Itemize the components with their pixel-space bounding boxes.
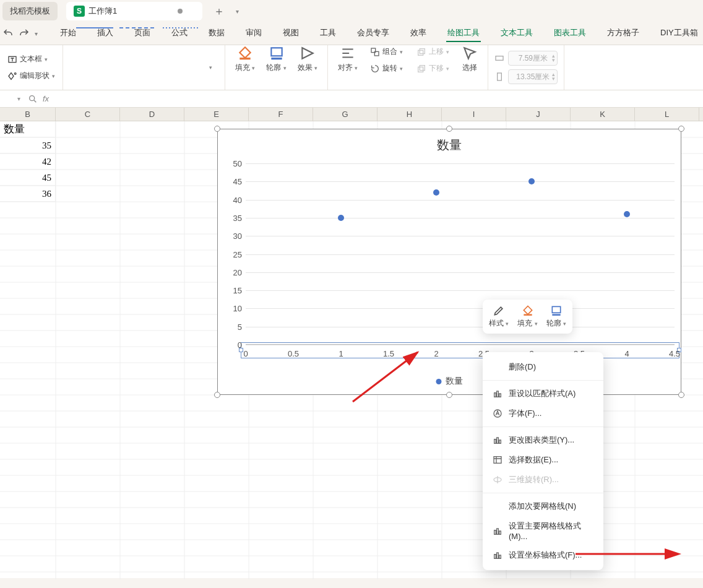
chart-plot-area[interactable]: 0510152025303540455000.511.522.533.544.5 — [246, 163, 675, 345]
fill-button[interactable]: 填充 ▾ — [231, 45, 259, 90]
cell-v2[interactable]: 42 — [0, 153, 56, 170]
ctx-reset-style[interactable]: 重设以匹配样式(A) — [483, 384, 603, 404]
fx-label[interactable]: fx — [43, 94, 49, 103]
ctx-3d-rotate: 三维旋转(R)... — [483, 470, 603, 490]
line-style-gallery[interactable]: ▾ — [69, 57, 218, 78]
tab-menu-chevron-icon[interactable]: ▾ — [236, 8, 239, 15]
data-point[interactable] — [624, 211, 630, 217]
fill-icon — [522, 305, 534, 317]
col-E[interactable]: E — [184, 108, 249, 121]
width-box[interactable]: 7.59厘米▴▾ — [494, 51, 558, 66]
menu-start[interactable]: 开始 — [59, 25, 77, 42]
textbox-icon — [7, 54, 17, 64]
ctx-delete[interactable]: 删除(D) — [483, 357, 603, 377]
menu-member[interactable]: 会员专享 — [356, 25, 390, 42]
ctx-font[interactable]: 字体(F)... — [483, 404, 603, 423]
data-point[interactable] — [338, 215, 344, 221]
quick-access: ▾ — [2, 28, 44, 39]
chart-legend[interactable]: 数量 — [436, 376, 463, 387]
col-F[interactable]: F — [249, 108, 313, 121]
cell-v4[interactable]: 36 — [0, 186, 56, 202]
col-I[interactable]: I — [442, 108, 506, 121]
col-K[interactable]: K — [571, 108, 635, 121]
outline-button[interactable]: 轮廓 ▾ — [262, 45, 290, 90]
resize-handle[interactable] — [214, 126, 220, 132]
edit-shape-icon — [7, 71, 17, 81]
col-C[interactable]: C — [56, 108, 120, 121]
menu-review[interactable]: 审阅 — [244, 25, 263, 42]
resize-handle[interactable] — [446, 392, 452, 398]
menu-text-tools[interactable]: 文本工具 — [499, 25, 534, 42]
textbox-button[interactable]: 文本框 ▾ — [6, 53, 56, 66]
svg-rect-61 — [494, 457, 501, 464]
align-button[interactable]: 对齐 ▾ — [334, 45, 361, 90]
menu-efficiency[interactable]: 效率 — [409, 25, 428, 42]
svg-rect-58 — [494, 439, 496, 444]
x-tick: 4 — [624, 349, 629, 358]
chart-object[interactable]: 数量 0510152025303540455000.511.522.533.54… — [217, 129, 681, 395]
tab-workbook[interactable]: S 工作簿1 — [66, 2, 202, 20]
ctx-add-minor-gridlines[interactable]: 添加次要网格线(N) — [483, 496, 603, 516]
mini-fill-button[interactable]: 填充 ▾ — [517, 305, 537, 329]
chart-title[interactable]: 数量 — [218, 129, 681, 153]
edit-shape-button[interactable]: 编辑形状 ▾ — [6, 69, 56, 82]
svg-point-1 — [14, 72, 16, 74]
ribbon-size-group: 7.59厘米▴▾ 13.35厘米▴▾ — [488, 45, 564, 90]
height-box[interactable]: 13.35厘米▴▾ — [494, 69, 558, 84]
reset-icon — [493, 389, 502, 399]
data-point[interactable] — [528, 178, 535, 184]
menu-view[interactable]: 视图 — [282, 25, 300, 42]
select-button[interactable]: 选择 — [458, 45, 481, 90]
menu-data[interactable]: 数据 — [207, 25, 226, 42]
resize-handle[interactable] — [678, 392, 684, 398]
col-J[interactable]: J — [506, 108, 571, 121]
ctx-select-data[interactable]: 选择数据(E)... — [483, 450, 603, 470]
ribbon-arrange-group: 对齐 ▾ 组合▾ 旋转▾ 上移▾ 下移▾ 选择 — [328, 45, 488, 90]
legend-marker-icon — [436, 379, 442, 384]
tab-templates[interactable]: 找稻壳模板 — [2, 2, 58, 20]
cell-v1[interactable]: 35 — [0, 137, 56, 153]
col-G[interactable]: G — [313, 108, 377, 121]
cell-header[interactable]: 数量 — [0, 121, 56, 137]
mini-toolbar: 样式 ▾ 填充 ▾ 轮廓 ▾ — [483, 300, 572, 334]
y-tick: 30 — [226, 231, 242, 241]
undo-icon[interactable] — [2, 28, 14, 39]
svg-rect-68 — [499, 555, 501, 558]
col-D[interactable]: D — [120, 108, 184, 121]
col-H[interactable]: H — [377, 108, 442, 121]
new-tab-button[interactable]: ＋ — [211, 3, 227, 19]
ctx-change-type[interactable]: 更改图表类型(Y)... — [483, 430, 603, 450]
menu-chart-tools[interactable]: 图表工具 — [553, 25, 587, 42]
rotate-button[interactable]: 旋转▾ — [369, 62, 404, 75]
x-tick: 2 — [434, 349, 438, 358]
effect-button[interactable]: 效果 ▾ — [294, 45, 321, 90]
resize-handle[interactable] — [214, 392, 220, 398]
qat-chevron-icon[interactable]: ▾ — [35, 30, 38, 37]
col-B[interactable]: B — [0, 108, 56, 121]
mini-style-button[interactable]: 样式 ▾ — [489, 305, 509, 329]
redo-icon[interactable] — [19, 28, 30, 39]
svg-rect-12 — [496, 56, 503, 61]
resize-handle[interactable] — [678, 126, 684, 132]
menu-tools[interactable]: 工具 — [319, 25, 337, 42]
ctx-major-gridlines-format[interactable]: 设置主要网格线格式(M)... — [483, 516, 603, 545]
menu-diy[interactable]: DIY工具箱 — [659, 25, 699, 42]
y-tick: 35 — [226, 213, 242, 222]
menu-drawing-tools[interactable]: 绘图工具 — [446, 25, 481, 42]
outline-icon — [269, 45, 285, 61]
svg-rect-5 — [271, 48, 282, 56]
data-point[interactable] — [433, 189, 439, 196]
group-button[interactable]: 组合▾ — [369, 45, 404, 58]
svg-rect-55 — [497, 391, 499, 397]
mini-outline-button[interactable]: 轮廓 ▾ — [546, 305, 566, 329]
y-tick: 5 — [226, 322, 242, 331]
menu-ffgz[interactable]: 方方格子 — [606, 25, 640, 42]
group-icon — [370, 47, 380, 57]
search-icon[interactable] — [28, 94, 38, 104]
cell-v3[interactable]: 45 — [0, 170, 56, 186]
col-L[interactable]: L — [635, 108, 699, 121]
select-data-icon — [493, 455, 502, 465]
y-tick: 45 — [226, 177, 242, 186]
resize-handle[interactable] — [446, 126, 452, 132]
namebox-chevron-icon[interactable]: ▾ — [15, 95, 23, 102]
